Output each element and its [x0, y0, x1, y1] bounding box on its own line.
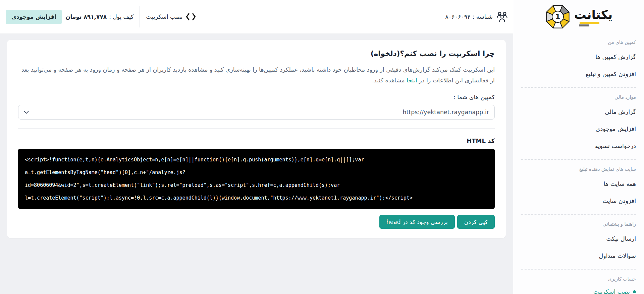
- brand-wordmark: یکتانت: [574, 9, 612, 25]
- chevron-down-icon: [24, 111, 29, 114]
- script-code-block[interactable]: <script>!function(e,t,n){e.AnalyticsObje…: [18, 149, 495, 209]
- top-header: شناسه : ۸۰۶۰۶۰۹۴ نصب اسکریپت کیف پول : ۸…: [0, 0, 513, 34]
- add-balance-button[interactable]: افزایش موجودی: [6, 10, 62, 24]
- sidebar-item-all-sites[interactable]: همه سایت ها: [521, 180, 636, 188]
- brand-name: یکتانت: [574, 8, 612, 21]
- html-code-label: کد HTML: [18, 137, 495, 144]
- brand-logo[interactable]: یکتانت 1: [513, 0, 644, 33]
- svg-text:1: 1: [555, 13, 560, 21]
- sidebar-menu: کمپین های من گزارش کمپین ها افزودن کمپین…: [513, 33, 644, 294]
- install-script-card: چرا اسکریپت را نصب کنم؟(دلخواه) این اسکر…: [7, 40, 506, 238]
- wallet-label: کیف پول :: [109, 13, 133, 20]
- sidebar-item-add-site[interactable]: افزودن سایت: [521, 197, 636, 205]
- account-id-value: ۸۰۶۰۶۰۹۴: [445, 13, 470, 20]
- sidebar-divider: [521, 269, 636, 270]
- code-actions: کپی کردن بررسی وجود کد در head: [18, 215, 495, 229]
- code-line: a=t.getElementsByTagName("head")[0],c=n+…: [25, 166, 488, 179]
- sidebar-item-financial-report[interactable]: گزارش مالی: [521, 108, 636, 116]
- gem-logo-icon: 1: [545, 4, 571, 30]
- account-id: شناسه : ۸۰۶۰۶۰۹۴: [445, 11, 508, 22]
- sidebar-item-faq[interactable]: سوالات متداول: [521, 252, 636, 260]
- sidebar-item-add-campaign[interactable]: افزودن کمپین و تبلیغ: [521, 70, 636, 78]
- description: این اسکریپت کمک می‌کند گزارش‌های دقیقی ا…: [18, 64, 495, 86]
- install-script-header-link[interactable]: نصب اسکریپت: [146, 13, 196, 21]
- sidebar-item-add-balance[interactable]: افزایش موجودی: [521, 125, 636, 133]
- account-id-text: شناسه : ۸۰۶۰۶۰۹۴: [445, 13, 493, 20]
- main-content: چرا اسکریپت را نصب کنم؟(دلخواه) این اسکر…: [0, 34, 513, 294]
- logo-gray-bar: [579, 24, 589, 26]
- page: یکتانت 1 کمپ: [0, 0, 644, 294]
- account-id-label: شناسه :: [472, 13, 493, 20]
- section-divider: [18, 128, 495, 129]
- code-line: l=t.createElement("script");l.async=!0,l…: [25, 192, 488, 204]
- install-script-label: نصب اسکریپت: [146, 13, 182, 20]
- campaign-select[interactable]: https://yektanet.rayganapp.ir: [18, 105, 495, 120]
- section-title-financial: موارد مالی: [521, 94, 636, 100]
- sidebar: یکتانت 1 کمپ: [513, 0, 644, 294]
- header-actions: نصب اسکریپت کیف پول : ۸۹۱,۷۷۸ تومان افزا…: [6, 6, 196, 27]
- here-link[interactable]: اینجا: [407, 77, 417, 84]
- description-text: این اسکریپت کمک می‌کند گزارش‌های دقیقی ا…: [21, 66, 495, 84]
- campaigns-label: کمپین های شما :: [18, 94, 495, 100]
- active-bullet-icon: [633, 290, 636, 293]
- logo-yellow-bar: [580, 22, 599, 24]
- sidebar-item-campaign-reports[interactable]: گزارش کمپین ها: [521, 53, 636, 61]
- sidebar-divider: [521, 87, 636, 88]
- description-text-after: مشاهده کنید.: [372, 77, 405, 84]
- code-brackets-icon: [186, 13, 196, 21]
- sidebar-item-send-ticket[interactable]: ارسال تیکت: [521, 235, 636, 243]
- section-title-publisher-sites: سایت های نمایش دهنده تبلیغ: [521, 166, 636, 172]
- copy-button[interactable]: کپی کردن: [457, 215, 495, 229]
- sidebar-divider: [521, 159, 636, 160]
- code-line: <script>!function(e,t,n){e.AnalyticsObje…: [25, 153, 488, 166]
- sidebar-item-label: نصب اسکریپت: [593, 288, 630, 294]
- campaign-select-value: https://yektanet.rayganapp.ir: [402, 109, 489, 116]
- sidebar-item-install-script[interactable]: نصب اسکریپت: [521, 288, 636, 294]
- sidebar-item-settlement-request[interactable]: درخواست تسویه: [521, 142, 636, 150]
- section-title-my-campaigns: کمپین های من: [521, 39, 636, 46]
- check-head-button[interactable]: بررسی وجود کد در head: [379, 215, 455, 229]
- sidebar-divider: [521, 214, 636, 215]
- wallet-amount: ۸۹۱,۷۷۸ تومان: [65, 13, 107, 20]
- users-icon: [496, 11, 508, 22]
- section-title-user-account: حساب کاربری: [521, 276, 636, 282]
- code-line: id=80606094&wid=2",s=t.createElement("li…: [25, 179, 488, 192]
- section-title-help-support: راهنما و پشتیبانی: [521, 221, 636, 227]
- page-title: چرا اسکریپت را نصب کنم؟(دلخواه): [18, 49, 495, 58]
- wallet: کیف پول : ۸۹۱,۷۷۸ تومان: [65, 13, 133, 20]
- header-divider: [140, 6, 140, 27]
